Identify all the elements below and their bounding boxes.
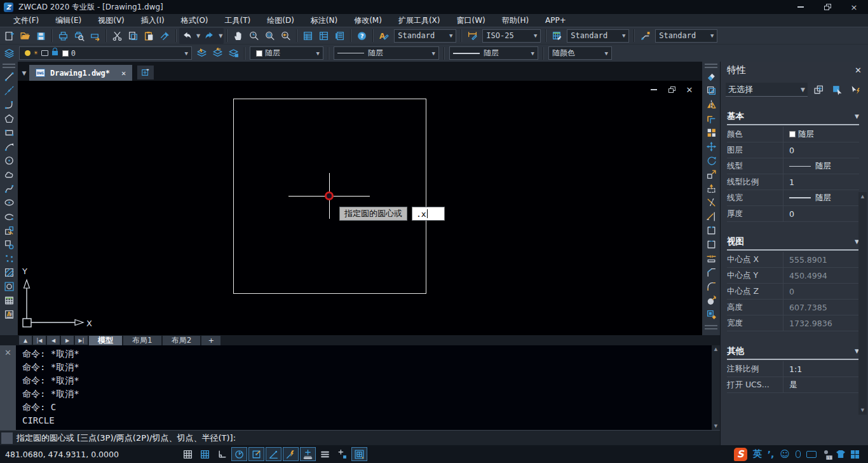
- snap-toggle[interactable]: [180, 447, 196, 461]
- skin-icon[interactable]: [836, 450, 845, 458]
- toolbox-icon[interactable]: [851, 450, 859, 459]
- properties-close-icon[interactable]: ✕: [855, 66, 862, 75]
- make-block-button[interactable]: [1, 237, 17, 251]
- layer-states-button[interactable]: [226, 45, 241, 61]
- command-scrollbar[interactable]: ▲ ▼: [712, 345, 720, 430]
- mirror-button[interactable]: [703, 97, 719, 111]
- ellipse-button[interactable]: [1, 195, 17, 209]
- match-properties-button[interactable]: [157, 28, 173, 44]
- menu-help[interactable]: 帮助(H): [494, 14, 537, 27]
- menu-draw[interactable]: 绘图(D): [259, 14, 302, 27]
- new-file-button[interactable]: [1, 28, 17, 44]
- zoom-previous-button[interactable]: [278, 28, 294, 44]
- polyline-button[interactable]: [1, 97, 17, 111]
- move-button[interactable]: [703, 139, 719, 153]
- tab-layout1[interactable]: 布局1: [123, 336, 161, 345]
- linetype-combo[interactable]: 随层 ▼: [334, 46, 439, 60]
- property-row-thickness[interactable]: 厚度 0: [727, 206, 859, 222]
- keyboard-icon[interactable]: [806, 451, 817, 458]
- model-space-toggle[interactable]: [351, 447, 367, 461]
- menu-insert[interactable]: 插入(I): [133, 14, 173, 27]
- layer-combo[interactable]: ☀ 0 ▼: [19, 46, 192, 60]
- help-button[interactable]: ?: [354, 28, 370, 44]
- properties-palette-button[interactable]: [300, 28, 316, 44]
- new-document-tab-button[interactable]: [137, 66, 154, 79]
- zoom-realtime-button[interactable]: [246, 28, 262, 44]
- tab-layout2[interactable]: 布局2: [163, 336, 201, 345]
- tab-model[interactable]: 模型: [89, 336, 122, 345]
- paste-button[interactable]: [141, 28, 157, 44]
- scroll-down-icon[interactable]: ▼: [861, 408, 864, 413]
- toolbar-grip[interactable]: [705, 64, 717, 68]
- line-button[interactable]: [1, 69, 17, 83]
- make-layer-current-button[interactable]: [194, 45, 210, 61]
- layer-thaw-icon[interactable]: ☀: [34, 50, 38, 57]
- command-close-icon[interactable]: ✕: [4, 348, 11, 357]
- sogou-logo-icon[interactable]: S: [734, 448, 747, 461]
- doc-close-button[interactable]: ✕: [686, 86, 693, 93]
- ime-punctuation-toggle[interactable]: ’,: [768, 449, 775, 459]
- point-button[interactable]: [1, 251, 17, 265]
- menu-edit[interactable]: 编辑(E): [47, 14, 90, 27]
- scale-button[interactable]: [703, 167, 719, 181]
- mleader-style-combo[interactable]: Standard▼: [655, 29, 717, 43]
- polygon-button[interactable]: [1, 111, 17, 125]
- cut-button[interactable]: [109, 28, 125, 44]
- property-row-center-z[interactable]: 中心点 Z 0: [727, 284, 859, 300]
- tab-next-button[interactable]: ▶: [61, 336, 74, 345]
- fillet-button[interactable]: [703, 279, 719, 293]
- drawing-canvas[interactable]: ✕ 指定圆的圆心或 .x: [18, 81, 702, 335]
- join-button[interactable]: [703, 251, 719, 265]
- osnap-toggle[interactable]: [248, 447, 264, 461]
- command-window-grip[interactable]: ✕: [0, 345, 16, 430]
- scroll-down-icon[interactable]: ▼: [714, 424, 717, 429]
- property-row-ucs[interactable]: 打开 UCS... 是: [727, 377, 859, 393]
- construction-line-button[interactable]: [1, 83, 17, 97]
- menu-view[interactable]: 视图(V): [90, 14, 133, 27]
- dim-style-icon[interactable]: [465, 28, 480, 44]
- tab-prev-button[interactable]: ◀: [47, 336, 60, 345]
- property-row-lineweight[interactable]: 线宽 随层: [727, 190, 859, 206]
- section-header[interactable]: 视图▼: [727, 236, 859, 251]
- zoom-window-button[interactable]: [262, 28, 278, 44]
- menu-file[interactable]: 文件(F): [5, 14, 47, 27]
- copy-button[interactable]: [703, 83, 719, 97]
- undo-dropdown-arrow[interactable]: ▼: [196, 33, 200, 39]
- break-at-point-button[interactable]: [703, 223, 719, 237]
- quick-select-button[interactable]: [848, 83, 863, 97]
- dim-style-combo[interactable]: ISO-25▼: [482, 29, 541, 43]
- document-close-icon[interactable]: ✕: [121, 69, 126, 78]
- explode-button[interactable]: [703, 293, 719, 307]
- menu-format[interactable]: 格式(O): [173, 14, 217, 27]
- tab-last-button[interactable]: ▶|: [75, 336, 88, 345]
- property-row-layer[interactable]: 图层 0: [727, 142, 859, 158]
- emoji-icon[interactable]: ☺: [780, 448, 790, 460]
- offset-button[interactable]: [703, 111, 719, 125]
- quick-menu-toggle[interactable]: [317, 447, 333, 461]
- mleader-style-icon[interactable]: [637, 28, 653, 44]
- open-file-button[interactable]: [17, 28, 33, 44]
- menu-window[interactable]: 窗口(W): [448, 14, 493, 27]
- minimize-button[interactable]: [797, 3, 804, 11]
- doc-restore-button[interactable]: [668, 86, 675, 93]
- otrack-toggle[interactable]: [266, 447, 281, 461]
- trim-button[interactable]: [703, 195, 719, 209]
- spline-button[interactable]: [1, 181, 17, 195]
- layer-on-icon[interactable]: [25, 50, 31, 56]
- erase-button[interactable]: [703, 69, 719, 83]
- section-header[interactable]: 其他▼: [727, 345, 859, 360]
- text-style-icon[interactable]: A: [376, 28, 392, 44]
- save-button[interactable]: [33, 28, 49, 44]
- table-style-icon[interactable]: [549, 28, 565, 44]
- new-layout-button[interactable]: +: [201, 336, 220, 345]
- dyn-toggle[interactable]: [283, 447, 299, 461]
- section-header[interactable]: 基本▼: [727, 111, 859, 125]
- revision-cloud-button[interactable]: [1, 167, 17, 181]
- redo-dropdown-arrow[interactable]: ▼: [219, 33, 222, 39]
- publish-button[interactable]: [87, 28, 103, 44]
- text-style-combo[interactable]: Standard▼: [394, 29, 456, 43]
- rotate-button[interactable]: [703, 153, 719, 167]
- insert-block-button[interactable]: [1, 223, 17, 237]
- lineweight-toggle[interactable]: [300, 447, 316, 461]
- property-row-color[interactable]: 颜色 随层: [727, 127, 859, 142]
